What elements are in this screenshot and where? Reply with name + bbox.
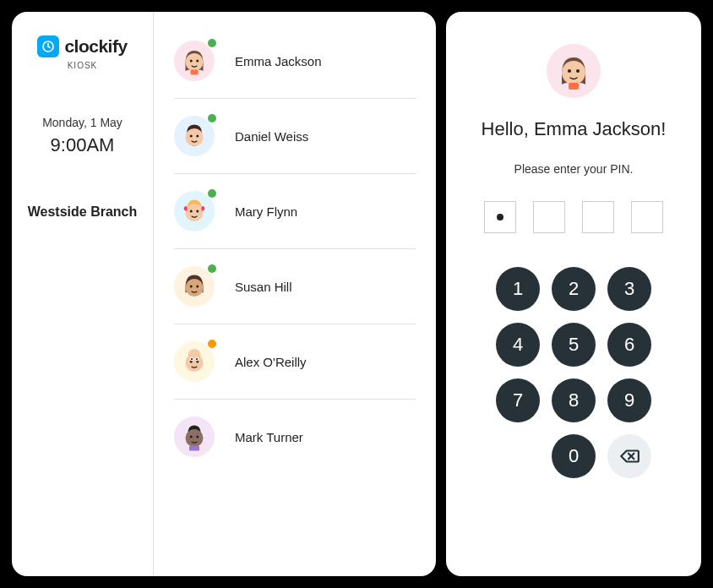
- svg-point-9: [196, 135, 199, 138]
- pin-box: [582, 201, 614, 233]
- svg-rect-5: [191, 70, 199, 75]
- svg-point-17: [196, 286, 199, 288]
- kiosk-label: KIOSK: [68, 61, 98, 70]
- svg-point-26: [196, 358, 198, 360]
- sidebar: clockify KIOSK Monday, 1 May 9:00AM West…: [12, 12, 154, 576]
- avatar: [174, 116, 215, 156]
- keypad-key-9[interactable]: 9: [607, 378, 651, 422]
- svg-point-2: [186, 53, 204, 71]
- keypad-key-6[interactable]: 6: [607, 323, 651, 367]
- pin-box: [484, 201, 516, 233]
- logo-block: clockify KIOSK: [37, 35, 127, 70]
- svg-point-4: [196, 60, 199, 63]
- pin-prompt: Please enter your PIN.: [514, 162, 634, 176]
- keypad-key-0[interactable]: 0: [552, 434, 596, 478]
- user-row[interactable]: Emma Jackson: [174, 29, 416, 99]
- keypad-spacer: [496, 434, 540, 478]
- svg-point-8: [190, 135, 193, 138]
- selected-avatar: [547, 44, 601, 98]
- svg-point-16: [190, 286, 193, 288]
- svg-point-13: [196, 210, 199, 213]
- svg-point-33: [562, 61, 585, 84]
- avatar-wrap: [174, 341, 215, 382]
- keypad-key-3[interactable]: 3: [607, 267, 651, 311]
- keypad-key-5[interactable]: 5: [552, 323, 596, 367]
- avatar-wrap: [174, 41, 215, 81]
- avatar-wrap: [174, 266, 215, 307]
- pin-boxes: [484, 201, 663, 233]
- clockify-logo-icon: [37, 35, 59, 57]
- backspace-icon: [618, 445, 640, 467]
- svg-point-11: [186, 204, 204, 221]
- svg-point-12: [190, 210, 193, 213]
- svg-rect-31: [189, 446, 199, 451]
- user-name: Mary Flynn: [235, 204, 297, 219]
- time-text: 9:00AM: [51, 134, 115, 156]
- avatar-wrap: [174, 116, 215, 156]
- user-name: Daniel Weiss: [235, 129, 308, 144]
- user-name: Susan Hill: [235, 280, 292, 294]
- avatar-wrap: [174, 191, 215, 231]
- keypad-key-2[interactable]: 2: [552, 267, 596, 311]
- keypad-key-1[interactable]: 1: [496, 267, 540, 311]
- branch-text: Westside Branch: [28, 202, 138, 222]
- svg-point-34: [568, 69, 571, 73]
- pin-panel: Hello, Emma Jackson! Please enter your P…: [446, 12, 701, 576]
- keypad-backspace-button[interactable]: [607, 434, 651, 478]
- user-name: Mark Turner: [235, 430, 303, 444]
- avatar-wrap: [174, 416, 215, 457]
- logo-text: clockify: [64, 36, 127, 57]
- status-dot-icon: [208, 264, 216, 273]
- user-name: Alex O'Reilly: [235, 355, 307, 369]
- user-row[interactable]: Mark Turner: [174, 400, 416, 474]
- svg-point-7: [186, 128, 204, 146]
- keypad-key-7[interactable]: 7: [496, 378, 540, 422]
- svg-point-35: [576, 69, 580, 73]
- svg-point-3: [190, 60, 193, 63]
- avatar: [174, 266, 215, 307]
- svg-rect-36: [569, 83, 579, 90]
- svg-point-25: [191, 358, 193, 360]
- keypad-key-8[interactable]: 8: [552, 378, 596, 422]
- user-name: Emma Jackson: [235, 54, 322, 68]
- pin-dot-icon: [497, 214, 503, 220]
- pin-box: [533, 201, 565, 233]
- user-list: Emma Jackson Daniel Weiss Mary Flynn Sus…: [154, 12, 436, 576]
- keypad: 1234567890: [496, 267, 651, 478]
- svg-point-20: [186, 354, 204, 372]
- user-row[interactable]: Mary Flynn: [174, 174, 416, 249]
- user-row[interactable]: Alex O'Reilly: [174, 324, 416, 400]
- greeting-text: Hello, Emma Jackson!: [482, 118, 667, 140]
- svg-point-30: [196, 436, 199, 438]
- keypad-key-4[interactable]: 4: [496, 323, 540, 367]
- svg-point-28: [186, 429, 204, 447]
- svg-point-29: [190, 436, 193, 438]
- kiosk-panel: clockify KIOSK Monday, 1 May 9:00AM West…: [12, 12, 436, 576]
- status-dot-icon: [208, 189, 216, 198]
- avatar: [174, 191, 215, 231]
- user-row[interactable]: Susan Hill: [174, 249, 416, 324]
- svg-point-15: [186, 279, 204, 297]
- avatar: [174, 41, 215, 81]
- user-row[interactable]: Daniel Weiss: [174, 99, 416, 174]
- pin-box: [631, 201, 663, 233]
- status-dot-icon: [208, 39, 216, 47]
- date-text: Monday, 1 May: [42, 116, 122, 129]
- status-dot-icon: [208, 340, 216, 348]
- avatar: [174, 416, 215, 457]
- avatar: [174, 341, 215, 382]
- status-dot-icon: [208, 114, 216, 122]
